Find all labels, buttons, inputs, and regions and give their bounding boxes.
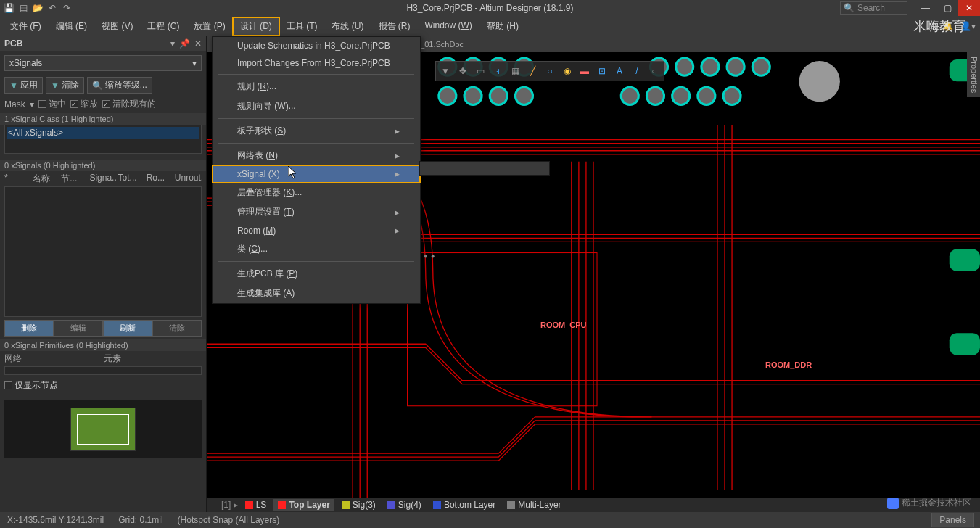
room-ddr-label: ROOM_DDR [765,360,812,369]
menu-item[interactable]: 生成集成库 (A) [213,284,420,303]
menu-item[interactable]: 管理层设置 (T)▶ [213,202,420,222]
pad-icon[interactable]: ◉ [559,63,575,79]
save-icon[interactable]: 💾 [3,2,15,14]
align-icon[interactable]: ⫞ [490,63,506,79]
room-cpu-label: ROOM_CPU [540,321,587,329]
menu-item[interactable]: 层叠管理器 (K)... [213,183,420,202]
button-row: 删除 编辑 刷新 清除 [0,317,206,339]
mode-dropdown[interactable]: xSignals ▾ [4,55,202,71]
clear-button[interactable]: ▼清除 [46,77,84,94]
share-icon[interactable]: ⇪ [928,21,935,31]
filter-icon[interactable]: ▼ [437,63,453,79]
close-button[interactable]: ✕ [958,0,980,16]
search-box[interactable]: 🔍 Search [840,1,907,15]
layer-swatch [507,501,515,509]
save-all-icon[interactable]: ▤ [17,2,29,14]
primitives-list[interactable] [4,366,202,375]
board-preview[interactable] [70,408,136,451]
menu-item[interactable]: 规则向导 (W)... [213,96,420,116]
more-icon[interactable]: ○ [646,63,662,79]
apply-button[interactable]: ▼应用 [4,77,43,94]
zoom-level-button[interactable]: 🔍缩放等级... [87,77,152,94]
menu-separator [218,118,414,119]
menu-item[interactable]: Room (M)▶ [213,222,420,239]
open-icon[interactable]: 📂 [32,2,44,14]
layer-chip[interactable]: Multi-Layer [503,499,565,511]
svg-point-30 [432,255,435,258]
menu-item[interactable]: 网络表 (N)▶ [213,146,420,165]
layer-chip[interactable]: Sig(4) [383,499,426,511]
minimize-button[interactable]: — [915,0,936,16]
clear2-button[interactable]: 清除 [152,320,202,337]
layer-chip[interactable]: Sig(3) [337,499,380,511]
layer-chip[interactable]: Top Layer [273,499,334,511]
column[interactable]: 节... [61,173,88,185]
panels-button[interactable]: Panels [931,513,974,527]
layer-set-indicator[interactable]: [1] ▸ [221,500,238,510]
menu-item[interactable]: 规则 (R)... [213,77,420,96]
column[interactable]: Tot... [118,173,145,185]
layer-chip[interactable]: LS [241,499,271,511]
menu-item[interactable]: 帮助 (H) [479,17,526,36]
xsignal-submenu[interactable] [419,161,550,176]
dropdown-icon[interactable]: ▾ [170,38,175,49]
menu-item[interactable]: 生成PCB 库 (P) [213,264,420,284]
column[interactable]: * [4,173,31,185]
line-icon[interactable]: / [629,63,645,79]
mask-label: Mask [4,99,25,110]
svg-point-29 [424,255,427,258]
undo-icon[interactable]: ↶ [46,2,58,14]
mode-value: xSignals [9,58,42,68]
class-list[interactable]: <All xSignals> [4,125,202,154]
menu-item[interactable]: 类 (C)... [213,239,420,259]
menu-item[interactable]: Import Changes From H3_Core.PrjPCB [213,54,420,72]
maximize-button[interactable]: ▢ [936,0,958,16]
menu-item[interactable]: 工具 (T) [279,17,325,36]
menu-item[interactable]: 放置 (P) [186,17,232,36]
zoom-checkbox[interactable]: 缩放 [70,98,98,110]
column[interactable]: Signa... [89,173,116,185]
delete-button[interactable]: 删除 [4,320,54,337]
menu-item[interactable]: 报告 (R) [371,17,418,36]
polygon-icon[interactable]: ▬ [577,63,593,79]
select-checkbox[interactable]: 选中 [38,98,66,110]
route-icon[interactable]: ╱ [524,63,540,79]
dimension-icon[interactable]: ⊡ [594,63,610,79]
pcb-toolbar: ▼ ✥ ▭ ⫞ ▦ ╱ ○ ◉ ▬ ⊡ A / ○ [435,61,664,81]
edit-button[interactable]: 编辑 [54,320,103,337]
menu-item[interactable]: 布线 (U) [324,17,371,36]
menu-item[interactable]: Window (W) [418,17,479,36]
layer-chip[interactable]: Bottom Layer [429,499,500,511]
menu-item[interactable]: xSignal (X)▶ [213,165,420,183]
footer-text: 稀土掘金技术社区 [902,497,971,509]
column[interactable]: 名称 [33,173,59,185]
menu-item[interactable]: 工程 (C) [140,17,186,36]
grid-icon[interactable]: ▦ [507,63,523,79]
clear-existing-checkbox[interactable]: 清除现有的 [102,98,156,110]
menu-item[interactable]: 文件 (F) [3,17,49,36]
column[interactable]: Unrout... [175,173,202,185]
menu-item[interactable]: Update Schematics in H3_Core.PrjPCB [213,37,420,54]
move-icon[interactable]: ✥ [455,63,471,79]
via-icon[interactable]: ○ [542,63,558,79]
show-nodes-checkbox[interactable]: 仅显示节点 [0,375,206,396]
menu-item[interactable]: 板子形状 (S)▶ [213,121,420,141]
panel-close-icon[interactable]: ✕ [194,38,202,49]
menu-item[interactable]: 编辑 (E) [49,17,94,36]
select-rect-icon[interactable]: ▭ [472,63,488,79]
class-item[interactable]: <All xSignals> [7,127,199,139]
primitives-header: 0 xSignal Primitives (0 Highlighted) [0,339,206,351]
mask-dropdown-icon[interactable]: ▾ [30,99,34,110]
refresh-button[interactable]: 刷新 [103,320,152,337]
column[interactable]: Ro... [147,173,173,185]
pcb-panel: PCB ▾ 📌 ✕ xSignals ▾ ▼应用 ▼清除 🔍缩放等级... Ma… [0,36,207,512]
properties-tab[interactable]: Properties [967,52,980,97]
menu-item[interactable]: 设计 (D) [233,17,279,36]
notification-icon[interactable]: 🔔 [942,21,953,31]
pin-icon[interactable]: 📌 [179,38,190,49]
redo-icon[interactable]: ↷ [61,2,73,14]
user-icon[interactable]: 👤▾ [960,21,976,31]
signals-list[interactable] [4,186,202,317]
menu-item[interactable]: 视图 (V) [94,17,140,36]
text-icon[interactable]: A [612,63,627,79]
